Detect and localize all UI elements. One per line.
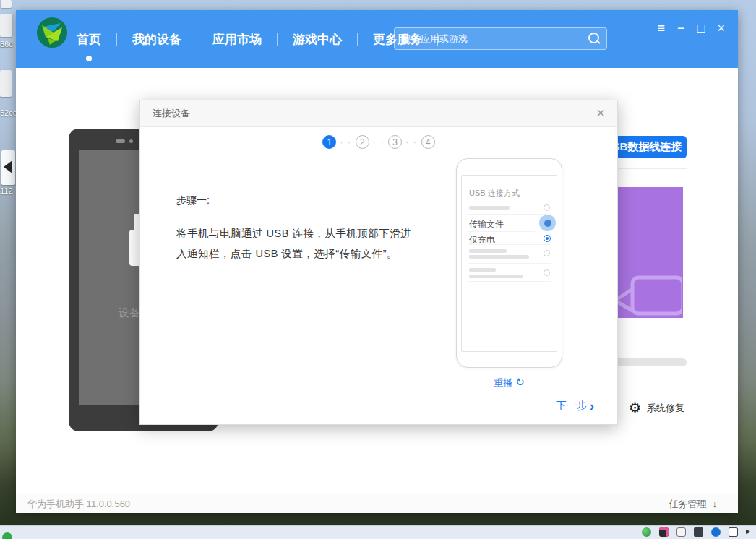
desktop-icon-2[interactable] [0, 70, 12, 97]
desktop-icon-1[interactable] [0, 14, 12, 37]
step-4: 4 [421, 135, 435, 149]
desktop-icon-2-label: 52co [0, 108, 17, 117]
system-repair-label: 系统修复 [647, 402, 684, 415]
main-nav: 首页 我的设备 应用市场 游戏中心 更多服务 [77, 31, 438, 48]
placeholder-bar [469, 268, 496, 272]
video-camera-icon [609, 275, 682, 318]
next-step-label: 下一步 [556, 399, 588, 413]
divider [468, 263, 551, 264]
radio-unselected-icon [544, 270, 550, 276]
desktop-icon-3[interactable] [1, 150, 15, 185]
step-indicator: 1 · · 2 · · 3 · · 4 [140, 135, 617, 149]
active-tab-dot [86, 56, 92, 61]
close-icon[interactable]: × [717, 20, 725, 36]
window-controls: ≡ − □ × [658, 20, 725, 36]
tap-highlight-dot [544, 220, 551, 227]
hisuite-taskbar-icon[interactable] [2, 532, 12, 539]
instruction-line-1: 将手机与电脑通过 USB 连接，从手机顶部下滑进 [176, 223, 411, 243]
demo-phone: USB 连接方式 传输文件 仅充电 [456, 158, 562, 368]
divider [468, 214, 551, 215]
divider [468, 244, 551, 245]
search-icon[interactable] [586, 31, 602, 47]
next-step-button[interactable]: 下一步 › [556, 399, 594, 413]
step-instruction: 将手机与电脑通过 USB 连接，从手机顶部下滑进 入通知栏，点击 USB 设置，… [176, 223, 411, 264]
radio-unselected-icon [544, 204, 550, 211]
tray-blue-app-icon[interactable] [711, 527, 721, 537]
dialog-titlebar: 连接设备 [140, 100, 617, 127]
placeholder-bar [469, 255, 529, 259]
task-manager-button[interactable]: 任务管理 ↓ [669, 498, 718, 511]
nav-game-center[interactable]: 游戏中心 [278, 31, 357, 48]
radio-unselected-icon [544, 250, 550, 256]
hisuite-logo-icon[interactable] [36, 17, 68, 48]
nav-my-devices[interactable]: 我的设备 [117, 31, 197, 48]
chevron-right-icon: › [590, 401, 594, 411]
placeholder-bar [469, 206, 510, 210]
step-2: 2 [356, 135, 369, 149]
radio-selected-icon [544, 235, 551, 242]
tap-highlight-icon [539, 215, 556, 231]
search-box[interactable] [394, 27, 607, 50]
volume-icon[interactable] [746, 529, 750, 535]
tray-app-icon[interactable] [659, 527, 669, 537]
arrow-glyph-icon [4, 160, 12, 173]
tray-monitor-icon[interactable] [694, 527, 703, 537]
divider [468, 231, 535, 232]
replay-icon: ↻ [515, 376, 525, 388]
instruction-line-2: 入通知栏，点击 USB 设置，选择“传输文件”。 [176, 243, 411, 264]
step-heading: 步骤一: [176, 194, 210, 207]
search-input[interactable] [395, 33, 586, 44]
desktop-icon-partial[interactable] [1, 0, 12, 8]
app-version-text: 华为手机助手 11.0.0.560 [27, 498, 130, 511]
hisuite-window: 首页 我的设备 应用市场 游戏中心 更多服务 ≡ − □ × [16, 10, 738, 513]
tray-globe-icon[interactable] [642, 527, 651, 537]
tray-book-icon[interactable] [729, 527, 738, 537]
connect-device-dialog: 连接设备 × 1 · · 2 · · 3 · · 4 步骤一: 将手机与电脑通过… [139, 100, 618, 425]
taskbar[interactable] [0, 525, 756, 539]
menu-icon[interactable]: ≡ [658, 20, 666, 36]
demo-phone-screen: USB 连接方式 传输文件 仅充电 [461, 175, 557, 352]
nav-home[interactable]: 首页 [77, 31, 116, 48]
desktop-icon-3-label: 112 [0, 186, 13, 195]
step-dots: · · [373, 138, 385, 147]
app-header: 首页 我的设备 应用市场 游戏中心 更多服务 ≡ − □ × [16, 10, 738, 68]
status-bar: 华为手机助手 11.0.0.560 任务管理 ↓ [16, 493, 738, 513]
tray-display-icon[interactable] [676, 527, 686, 537]
system-tray[interactable] [642, 527, 750, 537]
download-icon: ↓ [712, 499, 718, 509]
system-repair-button[interactable]: ⚙ 系统修复 [629, 401, 684, 415]
gear-icon: ⚙ [629, 401, 641, 415]
desktop-icon-1-label: 86c [0, 40, 13, 48]
usb-mode-title: USB 连接方式 [469, 188, 520, 199]
option-transfer-files: 传输文件 [469, 218, 504, 230]
dialog-title: 连接设备 [153, 107, 190, 120]
phone-camera-icon [129, 139, 133, 143]
phone-speaker-icon [116, 139, 125, 143]
step-1: 1 [322, 135, 336, 149]
step-dots: · · [340, 138, 351, 147]
minimize-icon[interactable]: − [677, 20, 685, 36]
placeholder-bar [469, 249, 507, 253]
replay-label: 重播 [494, 377, 512, 388]
placeholder-bar [469, 275, 523, 278]
dialog-close-icon[interactable]: × [593, 105, 608, 121]
step-3: 3 [388, 135, 402, 149]
maximize-icon[interactable]: □ [697, 20, 705, 36]
nav-app-market[interactable]: 应用市场 [197, 31, 277, 48]
replay-button[interactable]: 重播↻ [456, 376, 562, 389]
divider [468, 281, 551, 282]
task-manager-label: 任务管理 [669, 498, 707, 511]
screen: 86c 52co 112 首页 [0, 0, 756, 539]
step-dots: · · [405, 138, 417, 147]
